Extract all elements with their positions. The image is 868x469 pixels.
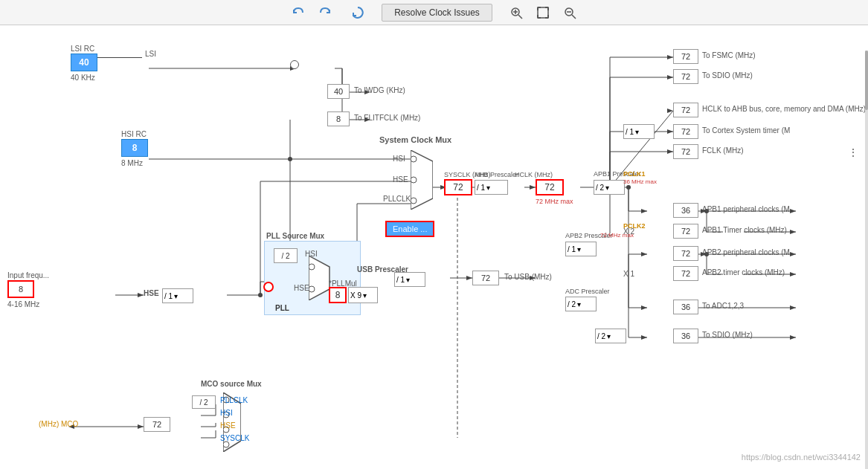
svg-marker-57 <box>667 75 673 80</box>
svg-point-132 <box>309 286 315 292</box>
mco-unit-label: (MHz) MCO <box>39 420 78 428</box>
undo-button[interactable] <box>289 4 307 22</box>
svg-line-14 <box>572 15 576 19</box>
hsi-mux-label: HSI <box>393 155 405 163</box>
pclk1-label: PCLK1 <box>623 170 646 178</box>
fsmc-label: To FSMC (MHz) <box>702 51 756 59</box>
svg-marker-83 <box>790 230 796 234</box>
hsi-rc-value: 8 <box>121 139 148 157</box>
svg-marker-105 <box>790 335 796 340</box>
svg-point-71 <box>626 185 631 190</box>
hse-input-label: Input frequ... <box>7 271 49 279</box>
mco-sysclk-label: SYSCLK <box>220 434 249 442</box>
flitfclk-label: To FLITFCLK (MHz) <box>354 114 420 122</box>
fclk-label: FCLK (MHz) <box>702 146 744 155</box>
redo-button[interactable] <box>316 4 334 22</box>
sdio-top-label: To SDIO (MHz) <box>702 71 753 80</box>
hclk-label-top: HCLK (MHz) <box>515 171 553 178</box>
pll-div2-box: / 2 <box>274 248 298 263</box>
lsi-mux-circle <box>290 60 299 69</box>
svg-marker-66 <box>667 149 673 154</box>
hse-label: HSE <box>144 289 159 297</box>
toolbar: Resolve Clock Issues <box>0 0 868 25</box>
pll-mul-input-box: 8 <box>329 287 347 303</box>
svg-marker-63 <box>667 129 673 134</box>
lsi-rc-value: 40 <box>71 54 97 71</box>
ahb-prescaler-select[interactable]: / 1 ▾ <box>475 180 508 195</box>
cortex-val-box: 72 <box>673 124 698 139</box>
svg-marker-49 <box>530 185 536 190</box>
scrollbar-right[interactable] <box>865 51 868 469</box>
mco-source-label: MCO source Mux <box>201 380 262 388</box>
hclk-max-label: 72 MHz max <box>536 198 573 205</box>
svg-marker-95 <box>790 272 796 276</box>
apb2-prescaler-select[interactable]: / 1 ▾ <box>565 242 597 256</box>
svg-rect-4 <box>538 7 548 18</box>
hclk-ahb-val-box: 72 <box>673 103 698 117</box>
resolve-clock-button[interactable]: Resolve Clock Issues <box>382 4 492 22</box>
pclk2-label: PCLK2 <box>623 222 646 230</box>
svg-point-128 <box>411 177 417 183</box>
watermark: https://blog.csdn.net/wci3344142 <box>742 453 861 462</box>
apb2-timer-val-box: 72 <box>673 266 698 281</box>
svg-marker-54 <box>667 55 673 59</box>
svg-point-26 <box>288 157 292 161</box>
pll-mul-select[interactable]: X 9 ▾ <box>348 287 378 303</box>
apb1-timer-label: APB1 Timer clocks (MHz) <box>702 226 787 234</box>
iwdg-val-box: 40 <box>327 84 350 99</box>
toolbar-left <box>289 4 334 22</box>
mco-hse-label: HSE <box>220 421 236 430</box>
svg-marker-98 <box>641 305 647 310</box>
svg-marker-59 <box>667 109 673 113</box>
svg-point-127 <box>411 156 417 162</box>
mco-div2-box: / 2 <box>192 395 216 409</box>
apb1-periph-label: APB1 peripheral clocks (M <box>702 205 790 213</box>
mco-pllclk-label: PLLCLK <box>220 396 248 404</box>
sysclk-mux-label: System Clock Mux <box>379 135 451 144</box>
sdio-top-val-box: 72 <box>673 69 698 84</box>
hse-mux-label: HSE <box>393 175 408 184</box>
adc-val-box: 36 <box>673 300 698 314</box>
toolbar-right <box>507 4 579 22</box>
apb1-prescaler-select[interactable]: / 2 ▾ <box>594 180 625 195</box>
svg-marker-74 <box>641 209 647 213</box>
zoom-out-button[interactable] <box>561 4 579 22</box>
apb2-val-box: 72 <box>673 246 698 261</box>
fclk-more-icon: ⋮ <box>848 146 858 158</box>
pll-mux-circle-hse <box>263 282 274 292</box>
hsi-rc-unit: 8 MHz <box>121 159 143 167</box>
flitfclk-val-box: 8 <box>327 111 350 126</box>
usb-val-box: 72 <box>472 271 499 285</box>
hclk-val-box: 72 <box>536 179 564 195</box>
zoom-fit-button[interactable] <box>534 4 552 22</box>
adc-to-label: To ADC1,2,3 <box>702 302 744 310</box>
zoom-in-button[interactable] <box>507 4 525 22</box>
cortex-label: To Cortex System timer (M <box>702 126 790 135</box>
refresh-button[interactable] <box>349 4 367 22</box>
svg-marker-130 <box>309 256 329 300</box>
svg-marker-86 <box>641 252 647 256</box>
iwdg-label: To IWDG (KHz) <box>354 86 405 94</box>
usb-div-select[interactable]: / 1 ▾ <box>394 272 425 287</box>
lsi-rc-label: LSI RC <box>71 45 94 53</box>
hse-input-value: 8 <box>7 280 34 298</box>
svg-point-131 <box>309 264 315 270</box>
scrollbar-thumb[interactable] <box>865 51 868 110</box>
hse-div-select[interactable]: / 1 ▾ <box>162 288 193 303</box>
sdio-bot-val-box: 36 <box>673 329 698 343</box>
apb2-max-label: 72 MHz max <box>600 232 634 239</box>
fsmc-val-box: 72 <box>673 49 698 64</box>
cortex-div-select[interactable]: / 1 ▾ <box>623 124 655 139</box>
sysclk-val-box: 72 <box>444 179 472 195</box>
enable-button[interactable]: Enable ... <box>385 221 434 237</box>
adc-prescaler-select[interactable]: / 2 ▾ <box>565 297 597 311</box>
apb2-timer-label: APB2 timer clocks (MHz) <box>702 268 785 276</box>
apb1-val-box: 36 <box>673 203 698 218</box>
sdio-bottom-select[interactable]: / 2 ▾ <box>595 329 626 343</box>
apb2-periph-label: APB2 peripheral clocks (M <box>702 248 790 256</box>
sdio-bot-label: To SDIO (MHz) <box>702 331 753 339</box>
pllclk-mux-label: PLLCLK <box>383 195 411 203</box>
apb2-timer-x1-label: X 1 <box>623 270 634 278</box>
apb1-timer-val-box: 72 <box>673 224 698 239</box>
svg-marker-91 <box>790 252 796 256</box>
